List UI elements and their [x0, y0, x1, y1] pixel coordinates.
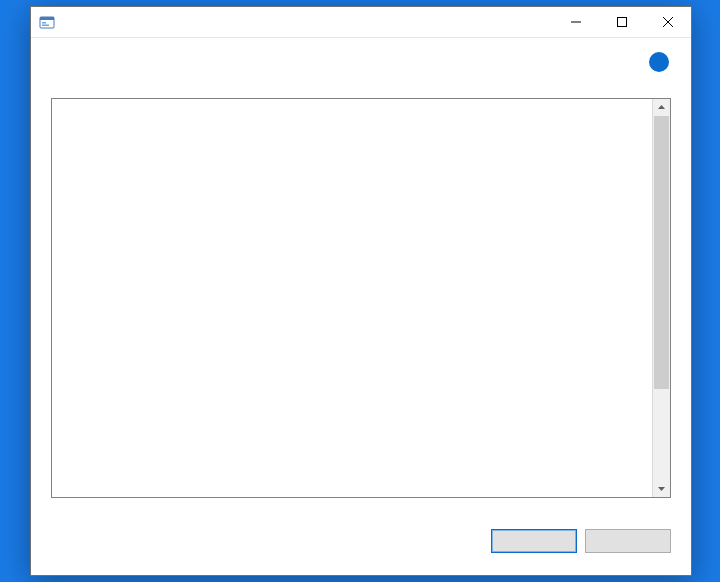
cancel-button[interactable] — [585, 529, 671, 553]
svg-rect-4 — [618, 18, 627, 27]
scroll-thumb[interactable] — [654, 116, 669, 389]
scroll-down-button[interactable] — [653, 480, 670, 497]
close-button[interactable] — [645, 7, 691, 37]
windows-features-dialog — [30, 6, 692, 576]
dialog-footer — [31, 517, 691, 575]
scroll-track[interactable] — [653, 116, 670, 480]
app-icon — [39, 14, 55, 30]
scroll-up-button[interactable] — [653, 99, 670, 116]
help-icon[interactable] — [649, 52, 669, 72]
ok-button[interactable] — [491, 529, 577, 553]
svg-rect-1 — [40, 17, 54, 20]
titlebar — [31, 7, 691, 38]
maximize-button[interactable] — [599, 7, 645, 37]
feature-tree-panel — [51, 98, 671, 498]
svg-rect-3 — [42, 25, 49, 27]
feature-tree[interactable] — [52, 99, 670, 497]
minimize-button[interactable] — [553, 7, 599, 37]
svg-rect-2 — [42, 22, 46, 24]
vertical-scrollbar[interactable] — [652, 99, 670, 497]
header — [31, 38, 691, 90]
